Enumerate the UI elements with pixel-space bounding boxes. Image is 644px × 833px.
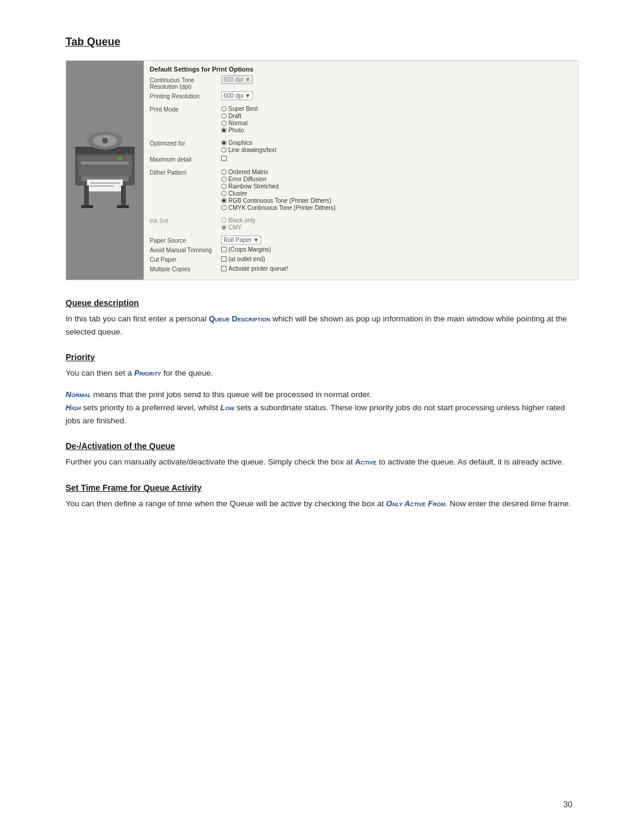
section-text-set-time-frame: You can then define a range of time when… (66, 497, 578, 510)
settings-row-optimized-for: Optimized for Graphics Line drawings/tex… (150, 140, 572, 153)
settings-row-ink-set: Ink Set Black only CMY (150, 217, 572, 231)
section-heading-set-time-frame: Set Time Frame for Queue Activity (66, 483, 578, 493)
settings-panel-title: Default Settings for Print Options (150, 66, 572, 73)
section-heading-deactivation: De-/Activation of the Queue (66, 441, 578, 451)
term-only-active-from: Only Active From (386, 499, 445, 508)
screenshot-area: Default Settings for Print Options Conti… (66, 60, 578, 280)
settings-row-paper-source: Paper Source Roll Paper ▼ (150, 237, 572, 244)
svg-point-16 (123, 157, 126, 160)
svg-rect-6 (90, 185, 114, 187)
settings-row-max-detail: Maximum detail (150, 156, 572, 163)
svg-point-15 (118, 157, 122, 160)
svg-rect-8 (121, 185, 126, 206)
svg-rect-10 (117, 205, 129, 208)
term-low: Low (220, 403, 234, 412)
svg-rect-9 (81, 205, 93, 208)
settings-row-resolution-disabled: Continuous Tone Resolution (dpi) 600 dpi… (150, 76, 572, 90)
term-priority: Priority (134, 368, 161, 377)
section-text-queue-description: In this tab you can first enter a person… (66, 312, 578, 338)
section-text-priority-intro: You can then set a Priority for the queu… (66, 367, 578, 380)
settings-row-avoid-trimming: Avoid Manual Trimming (Crops Margins) (150, 246, 572, 253)
section-text-priority-detail: Normal means that the print jobs send to… (66, 388, 578, 427)
term-active: Active (355, 457, 377, 466)
printer-image (66, 61, 144, 280)
term-normal: Normal (66, 390, 91, 399)
settings-row-printing-resolution: Printing Resolution 600 dpi ▼ (150, 92, 572, 100)
page-number: 30 (563, 800, 572, 809)
settings-row-cut-paper: Cut Paper (at outlet end) (150, 256, 572, 263)
term-queue-description: Queue Description (209, 314, 270, 323)
section-heading-priority: Priority (66, 352, 578, 362)
section-text-deactivation: Further you can manually activate/deacti… (66, 456, 578, 469)
svg-point-14 (102, 138, 108, 144)
settings-row-dither-pattern: Dither Pattern Ordered Matrix Error Diff… (150, 169, 572, 211)
svg-rect-2 (81, 162, 129, 165)
svg-rect-7 (84, 185, 89, 206)
settings-row-multiple-copies: Multiple Copies Activate printer queue! (150, 265, 572, 272)
settings-panel: Default Settings for Print Options Conti… (144, 61, 578, 280)
settings-row-print-mode: Print Mode Super Best Draft Normal Photo (150, 106, 572, 134)
svg-rect-5 (90, 182, 120, 184)
term-high: High (66, 403, 80, 412)
section-heading-queue-description: Queue description (66, 298, 578, 308)
page-title: Tab Queue (66, 36, 578, 48)
